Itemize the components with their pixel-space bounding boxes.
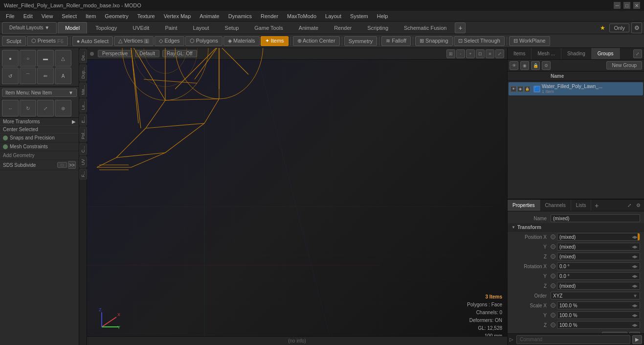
falloff-button[interactable]: ≋ Falloff (381, 36, 411, 46)
tool-text[interactable]: A (55, 68, 71, 84)
menu-edit[interactable]: Edit (20, 12, 37, 20)
auto-select-button[interactable]: ● Auto Select (72, 36, 113, 46)
pos-y-value[interactable]: (mixed) ◀▶ (557, 243, 640, 251)
scale-z-value[interactable]: 100.0 % ◀▶ (557, 321, 640, 329)
side-tab-pol[interactable]: Pol... (79, 127, 87, 142)
side-tab-de[interactable]: De... (79, 49, 87, 63)
item-eye-toggle[interactable]: 👁 (511, 86, 516, 92)
maximize-button[interactable]: □ (623, 2, 630, 9)
side-tab-c[interactable]: C... (79, 143, 87, 155)
tool-pen[interactable]: ✏ (37, 68, 54, 84)
left-expand-button[interactable]: >> (68, 161, 76, 169)
menu-vertex-map[interactable]: Vertex Map (160, 12, 195, 20)
rot-x-value[interactable]: 0.0 ° ◀▶ (557, 262, 640, 270)
menu-item[interactable]: Item (82, 12, 100, 20)
rp-tool-lock[interactable]: 🔒 (531, 61, 540, 70)
select-through-button[interactable]: ⊡ Select Through (454, 36, 505, 46)
snaps-precision-button[interactable]: Snaps and Precision (0, 134, 79, 142)
pos-x-dot[interactable] (551, 234, 555, 239)
symmetry-button[interactable]: Symmetry (344, 36, 378, 46)
tab-model[interactable]: Model (58, 22, 87, 34)
rpb-expand-icon[interactable]: ⤢ (625, 202, 633, 209)
rp-tab-groups[interactable]: Groups (592, 48, 620, 59)
materials-button[interactable]: ◈ Materials (223, 36, 260, 46)
default-layouts-dropdown[interactable]: Default Layouts ▼ (2, 22, 57, 34)
tab-uvedit[interactable]: UVEdit (125, 22, 156, 34)
menu-view[interactable]: View (38, 12, 57, 20)
command-input[interactable]: Command (516, 335, 630, 344)
scale-z-dot[interactable] (551, 322, 555, 327)
pos-z-value[interactable]: (mixed) ◀▶ (557, 253, 640, 260)
vp-icon-fit[interactable]: ⊡ (476, 49, 485, 58)
vp-icon-camera[interactable]: ⊞ (446, 49, 455, 58)
scale-x-value[interactable]: 100.0 % ◀▶ (557, 301, 640, 309)
vertices-button[interactable]: △ Vertices 1 (114, 36, 154, 46)
side-tab-dup[interactable]: Dup... (79, 65, 87, 81)
rp-expand-button[interactable]: ⤢ (633, 49, 642, 58)
only-button[interactable]: Only (609, 23, 629, 32)
side-tab-f[interactable]: F... (79, 169, 87, 180)
more-transforms-button[interactable]: More Transforms ▶ (0, 118, 79, 126)
action-center-button[interactable]: ⊕ Action Center (293, 36, 340, 46)
presets-button[interactable]: ⬡ Presets F6 (27, 36, 68, 46)
viewport[interactable]: Perspective Default Ray GL: Off ⊞ - + ⊡ … (87, 48, 507, 345)
rp-tab-items[interactable]: Items (508, 48, 532, 59)
menu-file[interactable]: File (2, 12, 19, 20)
rpb-tab-lists[interactable]: Lists (571, 200, 592, 211)
side-tab-e[interactable]: E... (79, 114, 87, 126)
vp-icon-config[interactable]: ≡ (486, 49, 494, 58)
vp-icon-zoom-in[interactable]: + (466, 49, 475, 58)
transform-rotate[interactable]: ↻ (20, 100, 36, 116)
rot-y-dot[interactable] (551, 274, 555, 278)
rp-list-item[interactable]: 👁 ◉ 🔒 🟦 Water_Filled_Poly_Lawn_... 1 Ite… (509, 82, 643, 95)
scale-y-value[interactable]: 100.0 % ◀▶ (557, 311, 640, 319)
tool-sphere[interactable]: ○ (20, 50, 36, 67)
rp-tool-gear[interactable]: ⚙ (542, 61, 551, 70)
name-value[interactable]: (mixed) (551, 214, 640, 222)
menu-help[interactable]: Help (373, 12, 392, 20)
order-value[interactable]: XYZ ▼ (551, 292, 640, 299)
rpb-tab-add[interactable]: + (591, 200, 602, 211)
rpb-gear-icon[interactable]: ⚙ (634, 202, 642, 209)
tool-rotate[interactable]: ↺ (2, 68, 19, 84)
tool-circle[interactable]: ● (2, 50, 19, 67)
layout-gear-button[interactable]: ⚙ (631, 23, 642, 33)
tab-paint[interactable]: Paint (157, 22, 184, 34)
side-tab-uv[interactable]: UV (79, 157, 87, 168)
vp-icon-maximize[interactable]: ⤢ (495, 49, 504, 58)
pos-y-dot[interactable] (551, 244, 555, 249)
menu-maxtomodo[interactable]: MaxToModo (283, 12, 320, 20)
pos-z-dot[interactable] (551, 254, 555, 259)
transform-extra[interactable]: ⊕ (55, 100, 71, 116)
rp-tab-shading[interactable]: Shading (561, 48, 592, 59)
menu-select[interactable]: Select (58, 12, 81, 20)
transform-move[interactable]: ↔ (2, 100, 19, 116)
menu-dynamics[interactable]: Dynamics (224, 12, 256, 20)
add-geometry-header[interactable]: Add Geometry (0, 151, 79, 160)
edges-button[interactable]: ◇ Edges (155, 36, 184, 46)
mesh-constraints-button[interactable]: Mesh Constraints (0, 142, 79, 151)
scale-x-dot[interactable] (551, 303, 555, 308)
rp-tool-render[interactable]: ◉ (520, 61, 529, 70)
transform-section[interactable]: ▼ Transform (508, 223, 644, 232)
tab-schematic-fusion[interactable]: Schematic Fusion (397, 22, 454, 34)
sds-checkbox[interactable]: □ (57, 162, 67, 168)
menu-render[interactable]: Render (257, 12, 282, 20)
rot-x-dot[interactable] (551, 264, 555, 269)
tab-setup[interactable]: Setup (218, 22, 246, 34)
rot-z-value[interactable]: (mixed) ◀▶ (557, 282, 640, 290)
menu-texture[interactable]: Texture (133, 12, 159, 20)
tool-curve[interactable]: ⌒ (20, 68, 36, 84)
tool-cone[interactable]: △ (55, 50, 71, 67)
vp-icon-zoom-out[interactable]: - (456, 49, 465, 58)
item-lock-toggle[interactable]: 🔒 (524, 86, 530, 92)
command-execute-button[interactable]: ▶ (632, 335, 642, 344)
minimize-button[interactable]: ─ (614, 2, 621, 9)
tab-animate[interactable]: Animate (291, 22, 326, 34)
rp-tab-mesh[interactable]: Mesh ... (532, 48, 561, 59)
side-tab-me[interactable]: Me... (79, 83, 87, 97)
rpb-tab-properties[interactable]: Properties (508, 200, 540, 211)
rpb-tab-channels[interactable]: Channels (540, 200, 571, 211)
tab-add-button[interactable]: + (455, 23, 466, 33)
scale-y-dot[interactable] (551, 313, 555, 318)
